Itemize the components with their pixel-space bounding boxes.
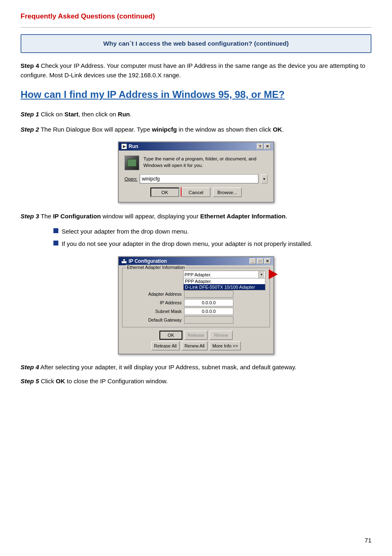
- ip-renew-button[interactable]: Renew: [210, 331, 233, 340]
- run-titlebar-left: ▶ Run: [121, 144, 138, 149]
- step5-paragraph: Step 5 Click OK to close the IP Configur…: [21, 377, 371, 386]
- svg-rect-0: [122, 261, 127, 263]
- ip-fields: Adapter Address IP Address 0.0.0.0 Subne…: [127, 290, 265, 324]
- page-number: 71: [364, 537, 371, 544]
- bullet-square-2: [53, 241, 58, 246]
- step3-text2: window will appear, displaying your: [101, 213, 200, 220]
- step2-label: Step 2: [21, 126, 39, 133]
- step3-bold2: Ethernet Adapter Information: [200, 213, 286, 220]
- step4-paragraph: Step 4 Check your IP Address. Your compu…: [21, 61, 371, 80]
- run-input[interactable]: [140, 174, 258, 183]
- run-open-label: Open:: [125, 176, 137, 181]
- run-browse-button[interactable]: Browse...: [213, 188, 242, 197]
- ip-config-titlebar: IP Configuration _ □ ✕: [119, 257, 273, 265]
- run-ok-button[interactable]: OK: [150, 188, 179, 197]
- bullet-item-1: Select your adapter from the drop down m…: [53, 227, 371, 236]
- ip-more-info-button[interactable]: More Info >>: [210, 341, 241, 350]
- faq-title: Frequently Asked Questions (continued): [21, 12, 371, 21]
- step1-middle: , then click on: [78, 111, 118, 118]
- step1-end: .: [130, 111, 131, 118]
- close-button[interactable]: ✕: [264, 144, 271, 149]
- ip-release-all-button[interactable]: Release All: [151, 341, 180, 350]
- ip-titlebar-left: IP Configuration: [121, 258, 167, 264]
- step5-text: Click: [41, 378, 56, 385]
- titlebar-buttons: ? ✕: [257, 144, 271, 149]
- run-dialog-container: ▶ Run ? ✕ Type the name of a program, fo…: [21, 141, 371, 203]
- step3-label: Step 3: [21, 213, 39, 220]
- ip-address-label: IP Address: [127, 300, 184, 305]
- section-heading: How can I find my IP Address in Windows …: [21, 88, 371, 101]
- ip-maximize-btn[interactable]: □: [257, 258, 263, 264]
- ip-titlebar-buttons: _ □ ✕: [249, 258, 271, 264]
- section-box-title: Why can´t I access the web based configu…: [30, 40, 362, 47]
- step2-text: The Run Dialogue Box will appear. Type: [41, 126, 152, 133]
- bullet-list: Select your adapter from the drop down m…: [53, 227, 371, 249]
- step3-end: .: [286, 213, 287, 220]
- help-button[interactable]: ?: [257, 144, 263, 149]
- step4b-text: After selecting your adapter, it will di…: [40, 364, 296, 371]
- default-gateway-value: [184, 316, 233, 324]
- adapter-address-value: [184, 290, 233, 298]
- run-cancel-button[interactable]: Cancel: [182, 188, 210, 197]
- step1-paragraph: Step 1 Click on Start, then click on Run…: [21, 110, 371, 119]
- dropdown-arrow-shape: [269, 269, 278, 279]
- step2-paragraph: Step 2 The Run Dialogue Box will appear.…: [21, 125, 371, 134]
- ip-minimize-btn[interactable]: _: [249, 258, 256, 264]
- ip-buttons-row2: Release All Renew All More Info >>: [122, 341, 270, 350]
- default-gateway-label: Default Gateway: [127, 317, 184, 322]
- run-dropdown-arrow[interactable]: ▼: [261, 174, 267, 183]
- ip-dropdown-popup: PPP Adapter. D-Link DFE-550TX 10/100 Ada…: [183, 278, 265, 290]
- ip-buttons-row1: OK Release Renew: [122, 331, 270, 340]
- ip-dropdown-row: PPP Adapter. ▼ PPP Adapter. D-Link DFE-5…: [127, 271, 265, 279]
- bullet-text-2: If you do not see your adapter in the dr…: [62, 239, 312, 249]
- run-dialog-top: Type the name of a program, folder, or d…: [125, 155, 267, 170]
- step3-paragraph: Step 3 The IP Configuration window will …: [21, 212, 371, 221]
- step3-text: The: [41, 213, 53, 220]
- ip-group-box: Ethernet Adapter Information PPP Adapter…: [122, 268, 270, 327]
- bullet-text-1: Select your adapter from the drop down m…: [62, 227, 189, 236]
- step2-end2: .: [282, 126, 284, 133]
- step1-start: Start: [65, 111, 78, 118]
- bullet-item-2: If you do not see your adapter in the dr…: [53, 239, 371, 249]
- ip-dropdown-text: PPP Adapter.: [184, 272, 258, 277]
- adapter-address-label: Adapter Address: [127, 292, 184, 297]
- step3-bold1: IP Configuration: [53, 213, 101, 220]
- step1-label: Step 1: [21, 111, 39, 118]
- ip-config-title: IP Configuration: [129, 258, 167, 264]
- ip-release-button[interactable]: Release: [184, 331, 208, 340]
- step1-text: Click on: [41, 111, 65, 118]
- ip-renew-all-button[interactable]: Renew All: [182, 341, 208, 350]
- run-dialog: ▶ Run ? ✕ Type the name of a program, fo…: [118, 141, 274, 203]
- step5-ok: OK: [56, 378, 65, 385]
- step2-winipcfg: winipcfg: [152, 126, 177, 133]
- ip-config-container: IP Configuration _ □ ✕ Ethernet Adapter …: [21, 256, 371, 354]
- step1-run: Run: [118, 111, 130, 118]
- step4-text: Check your IP Address. Your computer mus…: [21, 62, 365, 79]
- step5-label: Step 5: [21, 378, 39, 385]
- ip-popup-item-1[interactable]: PPP Adapter.: [184, 278, 265, 284]
- step4b-label: Step 4: [21, 364, 39, 371]
- run-dialog-titlebar: ▶ Run ? ✕: [119, 142, 273, 151]
- subnet-mask-label: Subnet Mask: [127, 309, 184, 314]
- run-dialog-desc: Type the name of a program, folder, or d…: [143, 155, 267, 169]
- ip-dropdown-arrow[interactable]: ▼: [258, 271, 264, 278]
- ip-popup-item-2[interactable]: D-Link DFE-550TX 10/100 Adapter: [184, 284, 265, 290]
- run-dialog-title: Run: [129, 144, 138, 149]
- section-box: Why can´t I access the web based configu…: [21, 34, 371, 53]
- run-dialog-buttons: OK Cancel Browse...: [125, 188, 267, 197]
- run-open-row: Open: ▼: [125, 174, 267, 183]
- run-icon: [125, 155, 139, 170]
- svg-rect-1: [123, 259, 125, 261]
- step4-label: Step 4: [21, 62, 39, 69]
- run-titlebar-icon: ▶: [121, 144, 127, 149]
- ip-config-body: Ethernet Adapter Information PPP Adapter…: [119, 265, 273, 354]
- bullet-square-1: [53, 228, 58, 233]
- ip-adapter-dropdown[interactable]: PPP Adapter. ▼: [183, 271, 265, 279]
- run-dialog-body: Type the name of a program, folder, or d…: [119, 151, 273, 202]
- step5-end: to close the IP Configuration window.: [65, 378, 168, 385]
- dropdown-arrow-indicator: [269, 269, 278, 280]
- ip-group-label: Ethernet Adapter Information: [126, 265, 186, 270]
- step2-end: in the window as shown then click: [177, 126, 272, 133]
- ip-ok-button[interactable]: OK: [159, 331, 182, 340]
- ip-close-btn[interactable]: ✕: [264, 258, 271, 264]
